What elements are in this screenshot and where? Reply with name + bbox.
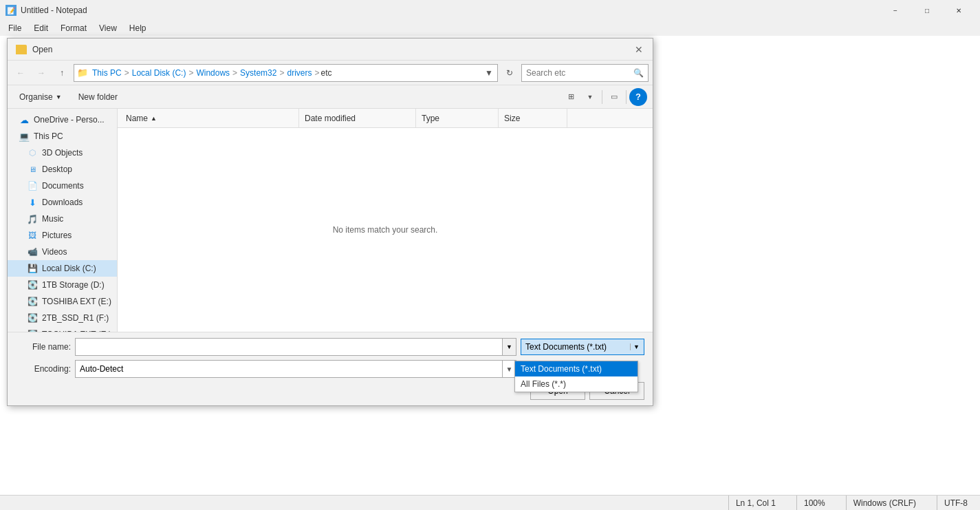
- close-button[interactable]: ✕: [943, 0, 974, 21]
- nav-refresh-button[interactable]: ↻: [501, 64, 519, 82]
- sidebar-desktop-label: Desktop: [42, 164, 72, 174]
- notepad-title-text: Untitled - Notepad: [21, 6, 87, 15]
- menu-view[interactable]: View: [94, 22, 122, 34]
- this-pc-icon: 💻: [19, 131, 30, 142]
- help-button[interactable]: ?: [629, 88, 647, 106]
- 1tb-drive-icon: 💽: [27, 279, 38, 290]
- encoding-select[interactable]: Auto-Detect UTF-8 UTF-16 ANSI: [76, 361, 502, 377]
- organise-button[interactable]: Organise ▼: [13, 88, 68, 106]
- sidebar-item-this-pc[interactable]: 💻 This PC: [8, 128, 117, 145]
- file-name-label: File name:: [16, 342, 71, 352]
- empty-message: No items match your search.: [333, 225, 438, 235]
- sidebar-item-2tb-f[interactable]: 💽 2TB_SSD_R1 (F:): [8, 310, 117, 326]
- onedrive-icon: ☁: [19, 114, 30, 125]
- sidebar-item-videos[interactable]: 📹 Videos: [8, 244, 117, 260]
- breadcrumb-windows[interactable]: Windows: [195, 68, 231, 78]
- sidebar-item-local-disk-c[interactable]: 💾 Local Disk (C:): [8, 260, 117, 277]
- sidebar-item-pictures[interactable]: 🖼 Pictures: [8, 227, 117, 244]
- filelist-body: No items match your search.: [118, 128, 653, 332]
- breadcrumb-dropdown-arrow[interactable]: ▼: [483, 64, 494, 82]
- music-icon: 🎵: [27, 213, 38, 224]
- breadcrumb-local-disk[interactable]: Local Disk (C:): [131, 68, 188, 78]
- col-name-label: Name: [126, 114, 148, 123]
- menu-edit[interactable]: Edit: [28, 22, 54, 34]
- col-header-name[interactable]: Name ▲: [120, 109, 299, 127]
- breadcrumb-this-pc[interactable]: This PC: [91, 68, 123, 78]
- dialog-titlebar: Open ✕: [8, 39, 653, 61]
- view-buttons: ⊞ ▼ ▭ ?: [562, 88, 647, 106]
- search-input[interactable]: [526, 68, 631, 78]
- breadcrumb-bar: 📁 This PC > Local Disk (C:) > Windows > …: [74, 64, 498, 82]
- breadcrumb-system32[interactable]: System32: [239, 68, 278, 78]
- menu-format[interactable]: Format: [55, 22, 92, 34]
- notepad-statusbar: Ln 1, Col 1 100% Windows (CRLF) UTF-8: [0, 495, 980, 510]
- sidebar-music-label: Music: [42, 214, 63, 224]
- sidebar-item-3d-objects[interactable]: ⬡ 3D Objects: [8, 145, 117, 161]
- filetype-option-all[interactable]: All Files (*.*): [515, 376, 638, 392]
- downloads-icon: ⬇: [27, 197, 38, 208]
- sidebar-videos-label: Videos: [42, 247, 67, 257]
- new-folder-button[interactable]: New folder: [72, 88, 124, 106]
- dialog-close-button[interactable]: ✕: [631, 41, 647, 58]
- videos-icon: 📹: [27, 246, 38, 257]
- file-name-dropdown-btn[interactable]: ▼: [502, 339, 516, 355]
- toshiba-e-icon: 💽: [27, 296, 38, 307]
- notepad-window-controls: − □ ✕: [880, 0, 974, 21]
- dialog-toolbar: Organise ▼ New folder ⊞ ▼ ▭ ?: [8, 85, 653, 109]
- breadcrumb-drivers[interactable]: drivers: [285, 68, 313, 78]
- col-date-label: Date modified: [305, 114, 356, 123]
- menu-help[interactable]: Help: [124, 22, 152, 34]
- sidebar-local-disk-c-label: Local Disk (C:): [42, 264, 96, 273]
- new-folder-label: New folder: [78, 92, 118, 102]
- sidebar-item-downloads[interactable]: ⬇ Downloads: [8, 194, 117, 211]
- col-header-size[interactable]: Size: [499, 109, 567, 127]
- maximize-button[interactable]: □: [911, 0, 943, 21]
- breadcrumb-sep-4: >: [278, 68, 285, 78]
- sidebar-item-toshiba-e[interactable]: 💽 TOSHIBA EXT (E:): [8, 293, 117, 310]
- filetype-current-value: Text Documents (*.txt): [525, 342, 627, 352]
- breadcrumb-folder-icon: 📁: [77, 67, 88, 78]
- nav-forward-button[interactable]: →: [32, 64, 50, 82]
- sidebar-this-pc-label: This PC: [34, 131, 63, 141]
- dialog-filelist: Name ▲ Date modified Type Size No items …: [118, 109, 653, 332]
- status-encoding: UTF-8: [937, 496, 974, 510]
- notepad-menubar: File Edit Format View Help: [0, 21, 980, 36]
- col-type-label: Type: [422, 114, 439, 123]
- filetype-option-txt[interactable]: Text Documents (*.txt): [515, 361, 638, 376]
- status-zoom: 100%: [796, 496, 832, 510]
- view-dropdown-button[interactable]: ▼: [581, 88, 599, 106]
- open-dialog: Open ✕ ← → ↑ 📁 This PC > Local Disk (C:)…: [7, 38, 653, 406]
- sidebar-item-onedrive[interactable]: ☁ OneDrive - Perso...: [8, 111, 117, 128]
- menu-file[interactable]: File: [3, 22, 27, 34]
- file-name-wrapper: ▼: [75, 338, 516, 356]
- nav-up-button[interactable]: ↑: [53, 64, 71, 82]
- nav-back-button[interactable]: ←: [12, 64, 30, 82]
- sidebar-item-music[interactable]: 🎵 Music: [8, 211, 117, 227]
- col-header-date[interactable]: Date modified: [299, 109, 416, 127]
- sidebar-documents-label: Documents: [42, 181, 84, 191]
- sidebar-item-desktop[interactable]: 🖥 Desktop: [8, 161, 117, 178]
- sidebar-item-documents[interactable]: 📄 Documents: [8, 178, 117, 194]
- sidebar-toshiba-e-label: TOSHIBA EXT (E:): [42, 297, 111, 306]
- sidebar-3d-objects-label: 3D Objects: [42, 148, 83, 158]
- dialog-title: Open: [16, 45, 52, 54]
- filelist-header: Name ▲ Date modified Type Size: [118, 109, 653, 128]
- sidebar-onedrive-label: OneDrive - Perso...: [34, 115, 105, 125]
- preview-pane-button[interactable]: ▭: [605, 88, 623, 106]
- dialog-title-text: Open: [32, 45, 52, 54]
- search-icon: 🔍: [633, 68, 644, 78]
- notepad-titlebar: 📝 Untitled - Notepad − □ ✕: [0, 0, 980, 21]
- minimize-button[interactable]: −: [880, 0, 911, 21]
- col-header-type[interactable]: Type: [416, 109, 499, 127]
- sidebar-item-toshiba-e2[interactable]: 💽 TOSHIBA EXT (E:): [8, 326, 117, 332]
- search-box: 🔍: [521, 64, 649, 82]
- filetype-dropdown[interactable]: Text Documents (*.txt) ▼: [521, 339, 644, 355]
- dialog-folder-icon: [16, 45, 27, 54]
- organise-label: Organise: [19, 92, 53, 102]
- encoding-select-wrapper: Auto-Detect UTF-8 UTF-16 ANSI ▼: [75, 360, 516, 378]
- file-name-input[interactable]: [76, 339, 502, 355]
- view-details-button[interactable]: ⊞: [562, 88, 580, 106]
- breadcrumb-etc: etc: [321, 68, 332, 78]
- sidebar-item-1tb-d[interactable]: 💽 1TB Storage (D:): [8, 277, 117, 293]
- notepad-app-icon: 📝: [6, 5, 17, 16]
